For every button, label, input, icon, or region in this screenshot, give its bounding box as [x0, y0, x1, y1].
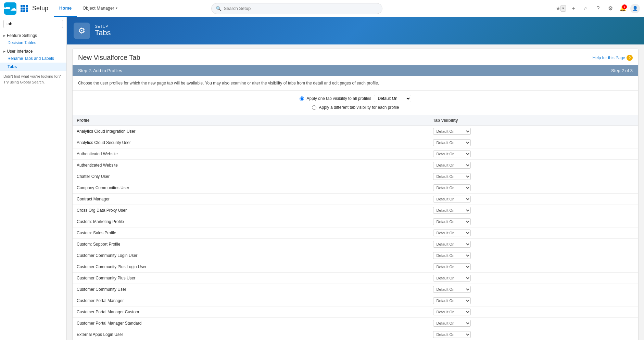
sidebar-group-feature-settings[interactable]: ▸ Feature Settings [0, 31, 66, 39]
setup-label: Setup [32, 5, 48, 12]
radio-apply-different-label[interactable]: Apply a different tab visibility for eac… [319, 105, 399, 110]
table-row: Analytics Cloud Security UserDefault OnD… [73, 137, 638, 148]
settings-icon[interactable]: ⚙ [606, 4, 615, 13]
nav-tabs: Home Object Manager ▾ [54, 0, 123, 17]
table-cell-visibility: Default OnDefault OffTab Hidden [429, 137, 638, 148]
sidebar-search-input[interactable] [3, 20, 63, 28]
visibility-select[interactable]: Default OnDefault OffTab Hidden [433, 309, 471, 315]
notifications-icon[interactable]: 🔔 1 [618, 4, 628, 13]
notification-badge: 1 [622, 4, 627, 9]
visibility-select[interactable]: Default OnDefault OffTab Hidden [433, 241, 471, 248]
visibility-select[interactable]: Default OnDefault OffTab Hidden [433, 196, 471, 202]
table-cell-profile: Authenticated Website [73, 160, 429, 171]
visibility-select[interactable]: Default OnDefault OffTab Hidden [433, 263, 471, 270]
table-cell-profile: Cross Org Data Proxy User [73, 205, 429, 216]
visibility-select-all[interactable]: Default On Default Off Tab Hidden [374, 95, 411, 102]
right-icons: ★ ▾ ＋ ⌂ ? ⚙ 🔔 1 👤 [556, 4, 640, 13]
visibility-select[interactable]: Default OnDefault OffTab Hidden [433, 320, 471, 327]
table-cell-visibility: Default OnDefault OffTab Hidden [429, 306, 638, 318]
nav-tab-object-manager[interactable]: Object Manager ▾ [77, 0, 123, 17]
sidebar-search-area [0, 17, 66, 31]
profile-table: Profile Tab Visibility Analytics Cloud I… [73, 115, 638, 340]
page-header-text: SETUP Tabs [95, 24, 111, 37]
star-icon[interactable]: ★ [556, 5, 560, 12]
visibility-select[interactable]: Default OnDefault OffTab Hidden [433, 184, 471, 191]
table-cell-visibility: Default OnDefault OffTab Hidden [429, 171, 638, 182]
home-icon[interactable]: ⌂ [581, 4, 591, 13]
sidebar-group-user-interface[interactable]: ▸ User Interface [0, 47, 66, 54]
step-description: Choose the user profiles for which the n… [73, 76, 638, 91]
table-row: Customer Portal ManagerDefault OnDefault… [73, 295, 638, 306]
favorites-dropdown[interactable]: ▾ [560, 5, 566, 12]
radio-row-apply-one: Apply one tab visibility to all profiles… [300, 95, 412, 102]
column-tab-visibility: Tab Visibility [429, 115, 638, 126]
radio-apply-one[interactable] [300, 96, 304, 101]
table-cell-visibility: Default OnDefault OffTab Hidden [429, 250, 638, 261]
table-cell-visibility: Default OnDefault OffTab Hidden [429, 329, 638, 340]
radio-apply-one-label[interactable]: Apply one tab visibility to all profiles [307, 96, 371, 101]
table-cell-visibility: Default OnDefault OffTab Hidden [429, 126, 638, 137]
chevron-down-icon: ▾ [116, 6, 117, 10]
main-content: ⚙ SETUP Tabs New Visualforce Tab Help fo… [67, 17, 644, 340]
table-cell-visibility: Default OnDefault OffTab Hidden [429, 227, 638, 239]
help-circle-icon: ? [627, 55, 633, 61]
table-row: External Apps Login UserDefault OnDefaul… [73, 329, 638, 340]
table-cell-visibility: Default OnDefault OffTab Hidden [429, 205, 638, 216]
table-cell-visibility: Default OnDefault OffTab Hidden [429, 160, 638, 171]
table-row: Custom: Sales ProfileDefault OnDefault O… [73, 227, 638, 239]
search-bar: 🔍 [211, 3, 382, 14]
content-area: New Visualforce Tab Help for this Page ?… [72, 49, 639, 340]
table-cell-profile: Chatter Only User [73, 171, 429, 182]
table-row: Analytics Cloud Integration UserDefault … [73, 126, 638, 137]
sidebar-group-feature-settings-label: Feature Settings [7, 33, 37, 38]
table-row: Customer Community Plus UserDefault OnDe… [73, 273, 638, 284]
table-cell-profile: Customer Portal Manager [73, 295, 429, 306]
help-icon[interactable]: ? [593, 4, 603, 13]
table-row: Customer Portal Manager StandardDefault … [73, 318, 638, 329]
table-row: Customer Community Plus Login UserDefaul… [73, 261, 638, 273]
page-layout: ▸ Feature Settings Decision Tables ▸ Use… [0, 17, 644, 340]
table-body: Analytics Cloud Integration UserDefault … [73, 126, 638, 340]
visibility-select[interactable]: Default OnDefault OffTab Hidden [433, 139, 471, 146]
table-cell-visibility: Default OnDefault OffTab Hidden [429, 182, 638, 194]
help-link[interactable]: Help for this Page ? [593, 55, 633, 61]
table-row: Company Communities UserDefault OnDefaul… [73, 182, 638, 194]
visibility-select[interactable]: Default OnDefault OffTab Hidden [433, 128, 471, 135]
visibility-select[interactable]: Default OnDefault OffTab Hidden [433, 331, 471, 338]
radio-apply-different[interactable] [312, 105, 316, 110]
user-avatar[interactable]: 👤 [630, 4, 640, 13]
table-cell-profile: Customer Community Login User [73, 250, 429, 261]
column-profile: Profile [73, 115, 429, 126]
visibility-select[interactable]: Default OnDefault OffTab Hidden [433, 218, 471, 225]
table-cell-profile: Custom: Marketing Profile [73, 216, 429, 227]
table-cell-visibility: Default OnDefault OffTab Hidden [429, 318, 638, 329]
app-grid-icon[interactable] [21, 5, 28, 12]
sidebar-item-tabs[interactable]: Tabs [0, 63, 66, 71]
visibility-select[interactable]: Default OnDefault OffTab Hidden [433, 173, 471, 180]
table-cell-profile: Contract Manager [73, 194, 429, 205]
visibility-select[interactable]: Default OnDefault OffTab Hidden [433, 275, 471, 282]
search-input[interactable] [224, 6, 378, 11]
favorites-area: ★ ▾ [556, 5, 566, 12]
visibility-select[interactable]: Default OnDefault OffTab Hidden [433, 252, 471, 259]
visibility-select[interactable]: Default OnDefault OffTab Hidden [433, 286, 471, 293]
page-header: ⚙ SETUP Tabs [67, 17, 644, 44]
top-nav: ☁ Setup Home Object Manager ▾ 🔍 ★ ▾ ＋ ⌂ … [0, 0, 644, 17]
visibility-select[interactable]: Default OnDefault OffTab Hidden [433, 297, 471, 304]
add-icon[interactable]: ＋ [569, 4, 578, 13]
radio-row-apply-different: Apply a different tab visibility for eac… [312, 105, 399, 110]
visibility-select[interactable]: Default OnDefault OffTab Hidden [433, 207, 471, 214]
nav-tab-home[interactable]: Home [54, 0, 77, 17]
table-header: Profile Tab Visibility [73, 115, 638, 126]
table-row: Authenticated WebsiteDefault OnDefault O… [73, 148, 638, 160]
page-header-title: Tabs [95, 28, 111, 37]
page-title-bar: New Visualforce Tab Help for this Page ? [73, 49, 638, 65]
sidebar-item-decision-tables[interactable]: Decision Tables [0, 39, 66, 47]
step-header: Step 2. Add to Profiles Step 2 of 3 [73, 65, 638, 76]
visibility-select[interactable]: Default OnDefault OffTab Hidden [433, 162, 471, 169]
sidebar-item-rename-tabs[interactable]: Rename Tabs and Labels [0, 54, 66, 63]
table-row: Authenticated WebsiteDefault OnDefault O… [73, 160, 638, 171]
visibility-select[interactable]: Default OnDefault OffTab Hidden [433, 151, 471, 157]
visibility-select[interactable]: Default OnDefault OffTab Hidden [433, 230, 471, 236]
table-cell-profile: External Apps Login User [73, 329, 429, 340]
